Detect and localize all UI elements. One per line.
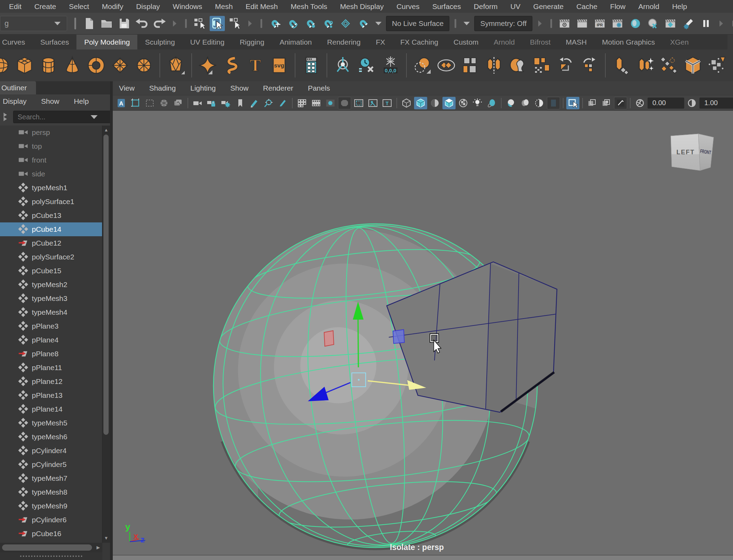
toolbar-handle[interactable] (550, 19, 552, 28)
outliner-search-input[interactable] (13, 111, 121, 123)
toolbar-handle[interactable] (455, 19, 456, 28)
shelf-poly-cone-button[interactable] (62, 55, 83, 76)
scroll-down-icon[interactable]: ▼ (102, 534, 110, 542)
film-gate-icon[interactable] (295, 97, 309, 109)
toon-shading-button[interactable] (628, 16, 643, 31)
shelf-crease-button[interactable] (611, 55, 632, 76)
bookmark-icon[interactable] (233, 97, 247, 109)
menu-flow[interactable]: Flow (610, 2, 625, 11)
wireframe-mode-icon[interactable] (400, 97, 413, 109)
multisample-icon[interactable] (533, 97, 546, 109)
select-hierarchy-mode-button[interactable] (192, 16, 207, 31)
image-triangle-icon[interactable] (366, 97, 379, 109)
shelf-tab-bifrost[interactable]: Bifrost (522, 35, 558, 49)
shelf-tab-arnold[interactable]: Arnold (486, 35, 522, 49)
grease-pencil-icon[interactable] (248, 97, 261, 109)
shelf-spin-edge-backward-button[interactable] (555, 55, 576, 76)
outliner-item[interactable]: pPlane13 (0, 388, 102, 402)
shelf-tab-xgen[interactable]: XGen (662, 35, 696, 49)
outliner-item[interactable]: top (0, 139, 102, 153)
outliner-item[interactable]: pPlane11 (0, 361, 102, 375)
outliner-item[interactable]: polySurface1 (0, 195, 102, 209)
outliner-item[interactable]: pCube15 (0, 264, 102, 278)
symmetry-dropdown[interactable] (464, 22, 470, 25)
select-component-mode-button[interactable] (227, 16, 242, 31)
menu-help[interactable]: Help (672, 2, 687, 11)
menu-mesh-tools[interactable]: Mesh Tools (291, 2, 327, 11)
menu-cache[interactable]: Cache (576, 2, 597, 11)
render-view-button[interactable] (557, 16, 572, 31)
shelf-tab-animation[interactable]: Animation (272, 35, 319, 49)
shelf-poly-torus-button[interactable] (86, 55, 107, 76)
scroll-up-icon[interactable]: ▲ (102, 126, 110, 134)
pan-zoom-icon[interactable] (262, 97, 275, 109)
shelf-tab-fx-caching[interactable]: FX Caching (393, 35, 446, 49)
menu-edit-mesh[interactable]: Edit Mesh (246, 2, 278, 11)
outliner-item[interactable]: pPlane3 (0, 319, 102, 333)
live-surface-field[interactable]: No Live Surface (386, 16, 449, 31)
outliner-item[interactable]: pCube12 (0, 236, 102, 250)
panel-splitter-handle[interactable] (0, 552, 102, 560)
outliner-item[interactable]: pPlane14 (0, 402, 102, 416)
outliner-item[interactable]: typeMesh1 (0, 181, 102, 195)
duplicate-view-alt-icon[interactable] (600, 97, 613, 109)
shelf-tab-rendering[interactable]: Rendering (320, 35, 368, 49)
toolbar-handle[interactable] (74, 18, 76, 29)
snap-options-dropdown[interactable] (375, 22, 382, 25)
filter-icon[interactable] (3, 112, 10, 122)
lights-icon[interactable] (471, 97, 484, 109)
shelf-smooth-button[interactable] (635, 55, 656, 76)
resolution-gate-icon[interactable] (310, 97, 323, 109)
exposure-field[interactable]: 0.00 (648, 98, 684, 109)
outliner-item-selected[interactable]: pCube14 (0, 222, 102, 236)
shelf-poly-disc-button[interactable] (134, 55, 154, 76)
vp-menu-shading[interactable]: Shading (149, 84, 176, 92)
material-mode-icon[interactable] (428, 97, 441, 109)
shelf-bevel-button[interactable] (682, 55, 703, 76)
menu-uv[interactable]: UV (510, 2, 520, 11)
safe-title-icon[interactable] (352, 97, 365, 109)
shelf-poly-plane-button[interactable] (110, 55, 130, 76)
shelf-tab-poly-modeling[interactable]: Poly Modeling (76, 35, 137, 49)
shelf-freeze-transform-button[interactable]: 0,0,0 (380, 55, 401, 76)
exposure-icon[interactable] (633, 97, 647, 109)
outliner-menu-help[interactable]: Help (74, 97, 89, 105)
select-camera-icon[interactable] (191, 97, 204, 109)
pencil-icon[interactable] (276, 97, 289, 109)
menu-deform[interactable]: Deform (474, 2, 498, 11)
menu-mesh[interactable]: Mesh (215, 2, 233, 11)
outliner-item[interactable]: pCylinder5 (0, 458, 102, 471)
viewcube-left-face[interactable]: LEFT (677, 149, 695, 156)
vp-menu-show[interactable]: Show (230, 84, 249, 92)
xray-icon[interactable] (614, 97, 627, 109)
shelf-tab-surfaces[interactable]: Surfaces (33, 35, 77, 49)
outliner-item[interactable]: pCylinder6 (0, 513, 102, 527)
ao-icon[interactable] (504, 97, 517, 109)
snap-curve-button[interactable] (285, 16, 300, 31)
new-scene-button[interactable] (81, 16, 97, 31)
snap-projected-center-button[interactable] (320, 16, 336, 31)
safe-action-icon[interactable] (338, 97, 351, 109)
outliner-item[interactable]: persp (0, 126, 102, 139)
outliner-item[interactable]: typeMesh5 (0, 416, 102, 430)
redo-button[interactable] (152, 16, 167, 31)
view-cube[interactable]: LEFT FRONT (671, 134, 714, 171)
save-scene-button[interactable] (117, 16, 132, 31)
menu-generate[interactable]: Generate (533, 2, 564, 11)
shelf-center-pivot-button[interactable] (332, 55, 353, 76)
snap-point-button[interactable] (303, 16, 318, 31)
scrollbar-thumb[interactable] (2, 544, 92, 551)
motion-blur-icon[interactable] (519, 97, 532, 109)
symmetry-field[interactable]: Symmetry: Off (474, 16, 532, 31)
shelf-modeling-toolkit-button[interactable] (301, 55, 321, 76)
title-text-icon[interactable]: T (381, 97, 394, 109)
undo-button[interactable] (134, 16, 149, 31)
menu-create[interactable]: Create (34, 2, 56, 11)
image-plane-icon[interactable] (129, 97, 142, 109)
preview-box-icon[interactable] (547, 97, 560, 109)
gamma-icon[interactable] (685, 97, 698, 109)
ipr-render-button[interactable]: IPR (593, 16, 608, 31)
open-scene-button[interactable] (99, 16, 114, 31)
snap-view-plane-button[interactable] (356, 16, 371, 31)
outliner-item[interactable]: typeMesh9 (0, 499, 102, 513)
